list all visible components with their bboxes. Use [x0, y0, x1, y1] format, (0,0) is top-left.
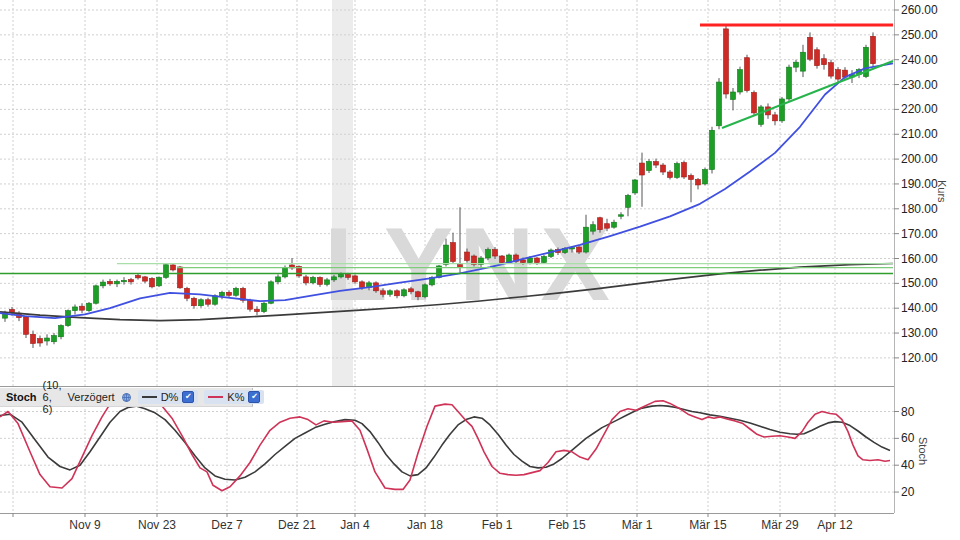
stoch-legend-bar: Stoch (10, 6, 6) Verzögert D% ✔ K% ✔ [0, 388, 253, 407]
candle-down [353, 276, 358, 282]
candle-down [822, 59, 827, 65]
candle-down [206, 300, 211, 304]
k-line-swatch [208, 396, 223, 398]
candle-up [801, 52, 806, 71]
candle-down [248, 300, 253, 309]
candle-down [136, 275, 141, 277]
stoch-d-line [0, 406, 890, 481]
price-tick-label: 240.00 [901, 53, 938, 67]
price-tick-label: 180.00 [901, 202, 938, 216]
holiday-band [332, 0, 353, 386]
settings-icon[interactable] [121, 392, 132, 403]
date-label: Dez 21 [267, 518, 327, 532]
price-tick-label: 230.00 [901, 78, 938, 92]
date-label: Jan 18 [395, 518, 455, 532]
candle-up [94, 286, 99, 303]
d-checkbox-checked-icon[interactable]: ✔ [182, 391, 194, 403]
candle-up [542, 257, 547, 263]
indicator-mode: Verzögert [68, 391, 115, 403]
date-label: Apr 12 [805, 518, 865, 532]
price-tick-label: 130.00 [901, 326, 938, 340]
candle-down [696, 179, 701, 184]
candle-up [647, 162, 652, 171]
date-label: Mär 29 [750, 518, 810, 532]
candle-up [612, 222, 617, 227]
candle-up [73, 307, 78, 311]
stoch-tick-label: 20 [901, 485, 914, 499]
candle-up [591, 225, 596, 231]
candle-up [633, 180, 638, 193]
candle-down [318, 277, 323, 284]
candle-down [521, 260, 526, 262]
candle-up [234, 288, 239, 295]
indicator-name: Stoch [6, 391, 37, 403]
date-label: Feb 15 [537, 518, 597, 532]
d-series-label: D% [161, 391, 179, 403]
candle-up [164, 265, 169, 278]
price-tick-label: 210.00 [901, 127, 938, 141]
candle-up [759, 107, 764, 124]
candle-down [171, 265, 176, 270]
candle-down [360, 282, 365, 287]
date-label: Feb 1 [467, 518, 527, 532]
price-tick-label: 190.00 [901, 177, 938, 191]
price-tick-label: 220.00 [901, 102, 938, 116]
candle-up [423, 285, 428, 297]
candle-down [24, 317, 29, 334]
price-tick-label: 160.00 [901, 252, 938, 266]
candle-down [752, 93, 757, 113]
candle-down [395, 291, 400, 296]
legend-series-k: K% ✔ [204, 390, 264, 404]
k-series-label: K% [227, 391, 244, 403]
candle-down [38, 339, 43, 343]
candle-down [640, 163, 645, 175]
candle-up [731, 92, 736, 99]
candle-up [311, 277, 316, 282]
candle-down [304, 277, 309, 283]
candle-up [787, 67, 792, 99]
candle-down [773, 115, 778, 121]
candle-up [66, 311, 71, 326]
price-tick-label: 120.00 [901, 351, 938, 365]
date-label: Mär 15 [678, 518, 738, 532]
candle-up [220, 292, 225, 295]
candle-up [157, 277, 162, 285]
chart-svg: LYNX [0, 0, 960, 540]
date-label: Nov 23 [127, 518, 187, 532]
candle-up [52, 336, 57, 342]
candle-up [262, 303, 267, 311]
candle-up [339, 274, 344, 276]
indicator-params: (10, 6, 6) [43, 379, 62, 415]
price-tick-label: 260.00 [901, 3, 938, 17]
candle-down [836, 70, 841, 79]
date-label: Dez 7 [197, 518, 257, 532]
chart-window: LYNX Stoch (10, 6, 6) Verzögert D% ✔ K% … [0, 0, 960, 540]
candle-down [871, 36, 876, 63]
candle-down [535, 258, 540, 262]
candle-down [808, 37, 813, 59]
candle-up [402, 290, 407, 296]
price-tick-label: 250.00 [901, 28, 938, 42]
candle-up [276, 277, 281, 282]
candle-up [780, 99, 785, 121]
candle-down [605, 224, 610, 228]
candle-up [388, 291, 393, 294]
candle-down [829, 63, 834, 76]
price-tick-label: 140.00 [901, 301, 938, 315]
price-tick-label: 150.00 [901, 276, 938, 290]
candle-up [528, 258, 533, 262]
candle-down [745, 58, 750, 91]
candle-down [108, 281, 113, 283]
candle-down [724, 29, 729, 94]
candle-up [703, 170, 708, 184]
price-tick-label: 170.00 [901, 227, 938, 241]
candle-up [738, 70, 743, 92]
candle-down [255, 309, 260, 311]
k-checkbox-checked-icon[interactable]: ✔ [248, 391, 260, 403]
candle-up [122, 280, 127, 281]
candle-down [500, 256, 505, 262]
candle-up [626, 195, 631, 207]
candle-down [416, 292, 421, 297]
candle-down [80, 306, 85, 310]
candle-up [325, 280, 330, 284]
